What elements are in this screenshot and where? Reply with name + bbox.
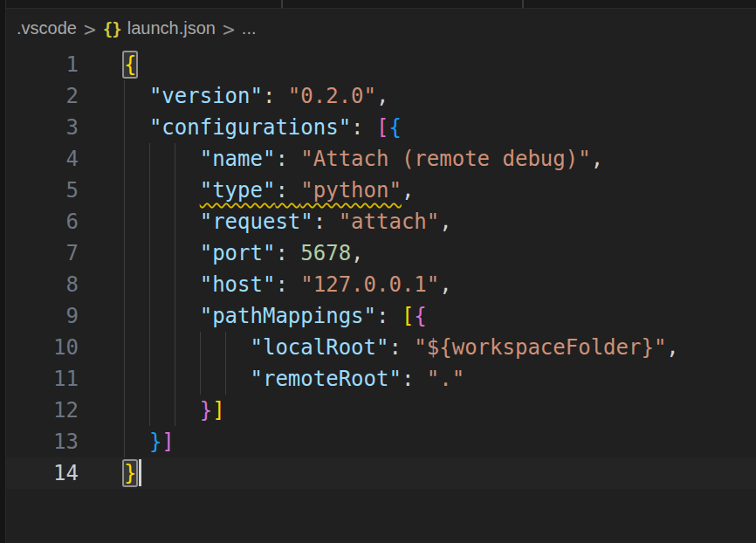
code-line[interactable]: 13 }] [6,426,756,457]
token: "0.2.0" [288,84,376,108]
token [124,430,149,454]
token: "." [427,367,464,391]
token: } [149,430,162,454]
code-content: "localRoot": "${workspaceFolder}", [79,332,756,363]
code-line[interactable]: 1{ [6,49,756,80]
indent-guide [175,143,175,175]
token: } [200,398,212,423]
indent-guide [149,300,150,332]
line-number[interactable]: 14 [6,457,79,489]
indent-guide [175,206,175,237]
token: "host" [200,272,276,297]
code-line[interactable]: 14} [6,457,756,489]
indent-guide [175,175,175,206]
indent-guide [124,112,125,143]
token [124,84,149,108]
chevron-right-icon: > [83,17,97,39]
indent-guide [175,237,175,269]
code-content: "request": "attach", [79,206,756,237]
code-line[interactable]: 3 "configurations": [{ [6,112,756,143]
indent-guide [149,175,150,206]
token: : [388,335,414,360]
indent-guide [149,332,150,363]
line-number[interactable]: 8 [6,269,79,300]
line-number[interactable]: 12 [6,395,79,426]
token: : [275,272,300,297]
indent-guide [149,206,150,237]
token: "Attach (remote debug)" [300,147,590,171]
token: "remoteRoot" [251,367,402,391]
code-line[interactable]: 2 "version": "0.2.0", [6,80,756,112]
token: "port" [200,241,276,265]
token [124,115,149,140]
code-line[interactable]: 6 "request": "attach", [6,206,756,237]
token [124,304,200,328]
bracket-match: } [124,461,136,485]
indent-guide [124,395,125,426]
code-line[interactable]: 7 "port": 5678, [6,237,756,269]
token [124,210,200,234]
indent-guide [124,175,125,206]
line-number[interactable]: 1 [6,49,79,80]
code-line[interactable]: 12 }] [6,395,756,426]
indent-guide [149,143,150,175]
indent-guide [225,332,226,363]
indent-guide [175,300,175,332]
line-number[interactable]: 6 [6,206,79,237]
indent-guide [124,206,125,237]
breadcrumb-symbol-ellipsis[interactable]: ... [242,18,257,38]
line-number[interactable]: 3 [6,112,79,143]
line-number[interactable]: 11 [6,363,79,395]
token [124,147,200,171]
token [124,367,251,391]
code-content: "type": "python", [79,175,756,206]
line-number[interactable]: 9 [6,300,79,332]
token: : [402,367,427,391]
token [124,178,200,203]
tab-separator [281,0,283,8]
code-content: }] [79,395,756,426]
token: , [439,272,451,297]
token: , [591,147,603,171]
code-content: "pathMappings": [{ [79,300,756,332]
editor-lines[interactable]: 1{2 "version": "0.2.0",3 "configurations… [6,49,756,489]
bracket-match: { [124,52,136,77]
warning-squiggle: "type": "python" [200,178,402,203]
breadcrumb-file[interactable]: launch.json [127,18,216,38]
indent-guide [200,332,201,363]
line-number[interactable]: 7 [6,237,79,269]
indent-guide [124,332,125,363]
indent-guide [149,237,150,269]
indent-guide [124,80,125,112]
breadcrumb-folder[interactable]: .vscode [17,18,77,38]
token: "${workspaceFolder}" [414,335,666,360]
line-number[interactable]: 2 [6,80,79,112]
code-content: "configurations": [{ [79,112,756,143]
line-number[interactable]: 10 [6,332,79,363]
code-content: } [79,457,756,489]
code-line[interactable]: 9 "pathMappings": [{ [6,300,756,332]
token: "localRoot" [251,335,389,360]
token: { [414,304,426,328]
token: "request" [200,210,313,234]
token: , [402,178,414,203]
code-line[interactable]: 11 "remoteRoot": "." [6,363,756,395]
code-content: }] [79,426,756,457]
token: : [263,84,288,108]
code-line[interactable]: 4 "name": "Attach (remote debug)", [6,143,756,175]
token [124,272,200,297]
code-content: "remoteRoot": "." [79,363,756,395]
code-line[interactable]: 5 "type": "python", [6,175,756,206]
indent-guide [200,363,201,395]
token: "version" [149,84,263,108]
indent-guide [175,332,175,363]
line-number[interactable]: 4 [6,143,79,175]
indent-guide [124,143,125,175]
line-number[interactable]: 13 [6,426,79,457]
indent-guide [175,269,175,300]
line-number[interactable]: 5 [6,175,79,206]
token: [ [402,304,414,328]
code-line[interactable]: 10 "localRoot": "${workspaceFolder}", [6,332,756,363]
code-line[interactable]: 8 "host": "127.0.0.1", [6,269,756,300]
token: ] [162,430,174,454]
